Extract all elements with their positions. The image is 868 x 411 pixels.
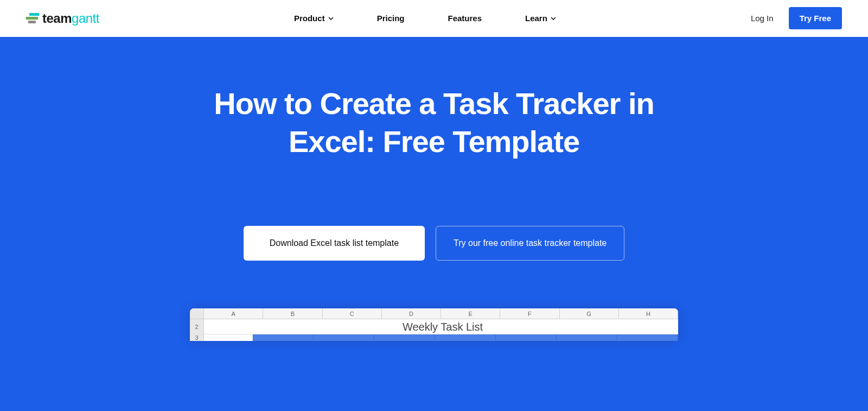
spreadsheet-title-cell: Weekly Task List <box>204 319 678 334</box>
hero-section: How to Create a Task Tracker in Excel: F… <box>0 37 868 411</box>
header-actions: Log In Try Free <box>751 7 842 29</box>
try-online-tracker-button[interactable]: Try our free online task tracker templat… <box>436 226 624 261</box>
try-free-button[interactable]: Try Free <box>789 7 842 29</box>
main-nav: Product Pricing Features Learn <box>294 14 556 23</box>
spreadsheet-header-cell <box>253 334 314 341</box>
nav-product[interactable]: Product <box>294 14 334 23</box>
spreadsheet-header-cell <box>496 334 557 341</box>
spreadsheet-row-3: 3 <box>190 334 678 341</box>
download-template-button[interactable]: Download Excel task list template <box>244 226 425 261</box>
nav-features[interactable]: Features <box>448 14 482 23</box>
logo-text: teamgantt <box>42 11 99 26</box>
spreadsheet-header-cell <box>617 334 678 341</box>
logo-bars-icon <box>26 13 39 23</box>
col-header-b: B <box>263 308 322 319</box>
spreadsheet-header-cell <box>314 334 374 341</box>
chevron-down-icon <box>551 16 556 21</box>
logo[interactable]: teamgantt <box>26 11 99 26</box>
col-header-c: C <box>323 308 382 319</box>
row-number: 3 <box>190 334 204 341</box>
spreadsheet-preview: A B C D E F G H 2 Weekly Task List 3 <box>190 308 678 341</box>
spreadsheet-header-cell <box>374 334 435 341</box>
row-number: 2 <box>190 319 204 334</box>
main-header: teamgantt Product Pricing Features Learn <box>0 0 868 37</box>
spreadsheet-header-cell <box>557 334 617 341</box>
spreadsheet-header-cell <box>435 334 496 341</box>
spreadsheet-row-2: 2 Weekly Task List <box>190 319 678 334</box>
row-header-corner <box>190 308 204 319</box>
page-title: How to Create a Task Tracker in Excel: F… <box>190 85 678 161</box>
col-header-h: H <box>619 308 678 319</box>
col-header-f: F <box>500 308 559 319</box>
hero-buttons: Download Excel task list template Try ou… <box>11 226 857 261</box>
col-header-g: G <box>560 308 619 319</box>
chevron-down-icon <box>328 16 334 21</box>
nav-learn[interactable]: Learn <box>525 14 556 23</box>
nav-pricing[interactable]: Pricing <box>377 14 405 23</box>
col-header-d: D <box>382 308 441 319</box>
col-header-e: E <box>441 308 500 319</box>
col-header-a: A <box>204 308 263 319</box>
login-link[interactable]: Log In <box>751 14 774 23</box>
spreadsheet-column-headers: A B C D E F G H <box>190 308 678 319</box>
spreadsheet-cell <box>204 334 253 341</box>
